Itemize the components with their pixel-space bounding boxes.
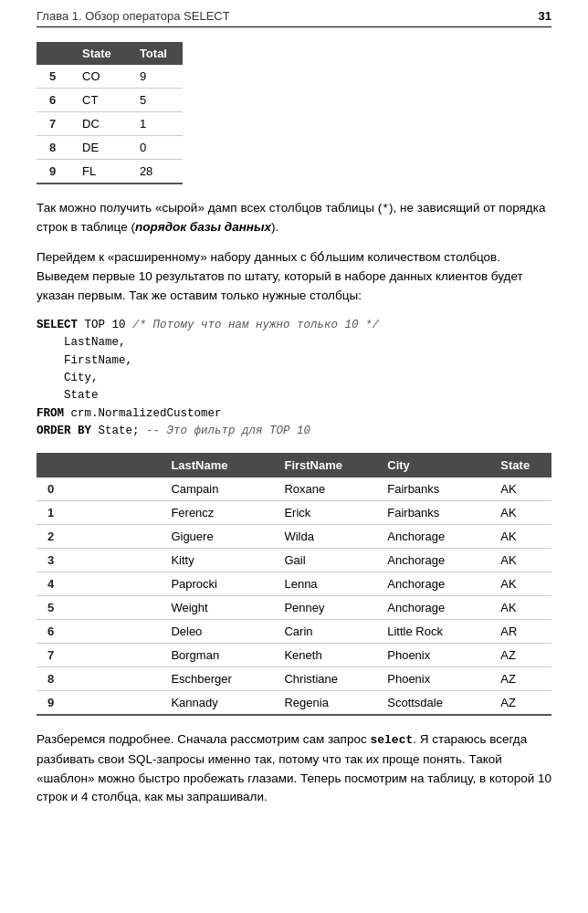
large-table-firstname: Wilda — [273, 525, 376, 549]
small-table: State Total 5 CO 9 6 CT 5 7 DC 1 8 DE 0 … — [37, 42, 183, 184]
paragraph-2-text: Перейдем к «расширенному» набору данных … — [37, 250, 523, 302]
large-table-state: AK — [489, 477, 551, 501]
large-table-rownum: 0 — [37, 477, 160, 501]
large-table-firstname: Erick — [273, 501, 376, 525]
large-table-state: AZ — [489, 667, 551, 691]
large-table-rownum: 7 — [37, 644, 160, 667]
large-table-lastname: Deleo — [160, 620, 273, 644]
large-table-row: 1 Ferencz Erick Fairbanks AK — [37, 501, 551, 525]
large-table-lastname: Weight — [160, 596, 273, 620]
large-table-col-num — [37, 453, 160, 477]
code-line-7: ORDER BY State; -- Это фильтр для TOP 10 — [37, 423, 551, 440]
large-table-lastname: Kitty — [160, 549, 273, 572]
small-table-rownum: 5 — [37, 65, 69, 89]
large-table-row: 7 Borgman Keneth Phoenix AZ — [37, 644, 551, 667]
large-table-firstname: Lenna — [273, 572, 376, 596]
large-table-firstname: Gail — [273, 549, 376, 572]
large-table-city: Anchorage — [376, 596, 489, 620]
large-table-row: 5 Weight Penney Anchorage AK — [37, 596, 551, 620]
large-table-state: AZ — [489, 691, 551, 716]
page-number: 31 — [539, 9, 551, 23]
code-line-2: LastName, — [37, 334, 551, 352]
large-table-lastname: Paprocki — [160, 572, 273, 596]
large-table-firstname: Penney — [273, 596, 376, 620]
large-table-city: Fairbanks — [376, 501, 489, 525]
large-table-state: AR — [489, 620, 551, 644]
large-table-firstname: Keneth — [273, 644, 376, 667]
small-table-col-total: Total — [127, 42, 183, 65]
small-table-container: State Total 5 CO 9 6 CT 5 7 DC 1 8 DE 0 … — [37, 42, 551, 184]
small-table-state: DE — [69, 136, 127, 160]
large-table-lastname: Ferencz — [160, 501, 273, 525]
large-table-state: AK — [489, 572, 551, 596]
large-table-state: AK — [489, 596, 551, 620]
large-table-col-lastname: LastName — [160, 453, 273, 477]
small-table-row: 8 DE 0 — [37, 136, 183, 160]
small-table-state: DC — [69, 112, 127, 136]
page: Глава 1. Обзор оператора SELECT 31 State… — [0, 0, 588, 836]
small-table-state: CT — [69, 89, 127, 112]
code-line-3: FirstName, — [37, 352, 551, 370]
paragraph-1-text: Так можно получить «сырой» дамп всех сто… — [37, 201, 545, 234]
small-table-total: 0 — [127, 136, 183, 160]
large-table-firstname: Regenia — [273, 691, 376, 716]
paragraph-2: Перейдем к «расширенному» набору данных … — [37, 248, 551, 306]
large-table-lastname: Campain — [160, 477, 273, 501]
small-table-row: 5 CO 9 — [37, 65, 183, 89]
code-block: SELECT TOP 10 /* Потому что нам нужно то… — [37, 317, 551, 441]
large-table-city: Anchorage — [376, 525, 489, 549]
large-table-container: LastName FirstName City State 0 Campain … — [37, 453, 551, 716]
large-table-city: Anchorage — [376, 549, 489, 572]
large-table-rownum: 5 — [37, 596, 160, 620]
large-table-col-state: State — [489, 453, 551, 477]
paragraph-end-text: Разберемся подробнее. Сначала рассмотрим… — [37, 732, 551, 803]
large-table-city: Phoenix — [376, 667, 489, 691]
small-table-col-state: State — [69, 42, 127, 65]
large-table-rownum: 2 — [37, 525, 160, 549]
large-table-row: 2 Giguere Wilda Anchorage AK — [37, 525, 551, 549]
large-table-state: AK — [489, 549, 551, 572]
code-line-6: FROM crm.NormalizedCustomer — [37, 405, 551, 423]
large-table-row: 9 Kannady Regenia Scottsdale AZ — [37, 691, 551, 716]
large-table-rownum: 8 — [37, 667, 160, 691]
large-table-rownum: 4 — [37, 572, 160, 596]
small-table-rownum: 7 — [37, 112, 69, 136]
small-table-rownum: 9 — [37, 160, 69, 184]
small-table-row: 6 CT 5 — [37, 89, 183, 112]
small-table-row: 7 DC 1 — [37, 112, 183, 136]
large-table-firstname: Carin — [273, 620, 376, 644]
large-table-row: 4 Paprocki Lenna Anchorage AK — [37, 572, 551, 596]
small-table-rownum: 8 — [37, 136, 69, 160]
large-table: LastName FirstName City State 0 Campain … — [37, 453, 551, 716]
large-table-rownum: 1 — [37, 501, 160, 525]
large-table-lastname: Giguere — [160, 525, 273, 549]
large-table-rownum: 3 — [37, 549, 160, 572]
small-table-total: 1 — [127, 112, 183, 136]
large-table-lastname: Borgman — [160, 644, 273, 667]
code-line-4: City, — [37, 370, 551, 387]
large-table-firstname: Christiane — [273, 667, 376, 691]
chapter-title: Глава 1. Обзор оператора SELECT — [37, 9, 230, 23]
large-table-rownum: 6 — [37, 620, 160, 644]
large-table-lastname: Kannady — [160, 691, 273, 716]
large-table-col-firstname: FirstName — [273, 453, 376, 477]
large-table-col-city: City — [376, 453, 489, 477]
code-line-5: State — [37, 387, 551, 404]
large-table-row: 0 Campain Roxane Fairbanks AK — [37, 477, 551, 501]
large-table-city: Phoenix — [376, 644, 489, 667]
small-table-state: CO — [69, 65, 127, 89]
large-table-row: 3 Kitty Gail Anchorage AK — [37, 549, 551, 572]
large-table-city: Anchorage — [376, 572, 489, 596]
large-table-lastname: Eschberger — [160, 667, 273, 691]
large-table-city: Little Rock — [376, 620, 489, 644]
page-header: Глава 1. Обзор оператора SELECT 31 — [37, 9, 551, 27]
small-table-state: FL — [69, 160, 127, 184]
paragraph-1: Так можно получить «сырой» дамп всех сто… — [37, 199, 551, 237]
paragraph-end: Разберемся подробнее. Сначала рассмотрим… — [37, 730, 551, 807]
large-table-city: Scottsdale — [376, 691, 489, 716]
small-table-col-num — [37, 42, 69, 65]
small-table-total: 28 — [127, 160, 183, 184]
code-line-1: SELECT TOP 10 /* Потому что нам нужно то… — [37, 317, 551, 334]
large-table-state: AK — [489, 501, 551, 525]
small-table-row: 9 FL 28 — [37, 160, 183, 184]
